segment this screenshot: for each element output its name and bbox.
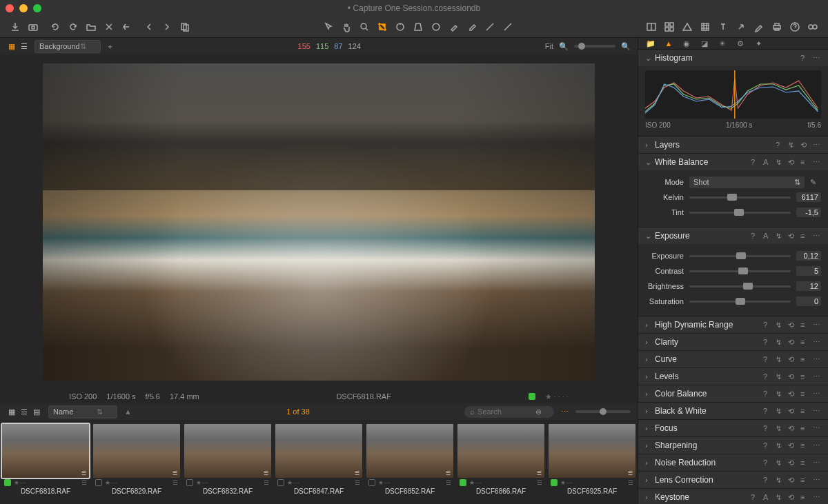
panel-head[interactable]: ›Keystone ? A ↯ ⟲ ≡ ⋯ (638, 489, 828, 504)
tab-color-icon[interactable]: ◪ (699, 38, 710, 49)
variant-select[interactable]: Background ⇅ (34, 40, 101, 53)
gradient-icon[interactable] (484, 21, 495, 32)
copy-icon[interactable]: ↯ (776, 493, 784, 501)
thumb-menu-icon[interactable]: ☰ (81, 479, 87, 486)
copy-icon[interactable]: ↯ (776, 338, 784, 346)
preset-icon[interactable]: ≡ (800, 407, 809, 415)
more-icon[interactable]: ⋯ (813, 390, 821, 398)
panel-head[interactable]: ›Focus ? ↯ ⟲ ≡ ⋯ (638, 420, 828, 436)
more-icon[interactable]: ⋯ (813, 372, 821, 381)
zoom-slider[interactable] (574, 45, 615, 48)
rating-stars[interactable]: ★ · · · · (545, 392, 569, 401)
thumb-color-tag[interactable] (551, 479, 558, 486)
reset-icon[interactable]: ⟲ (788, 158, 796, 166)
panel-head[interactable]: ›Noise Reduction ? ↯ ⟲ ≡ ⋯ (638, 454, 828, 471)
panel-head[interactable]: ›Lens Correction ? ↯ ⟲ ≡ ⋯ (638, 472, 828, 488)
thumb-menu-icon[interactable]: ☰ (446, 479, 451, 486)
brightness-slider[interactable] (689, 285, 791, 288)
reset-icon[interactable]: ⟲ (788, 493, 796, 501)
more-icon[interactable]: ⋯ (813, 407, 821, 415)
warning-icon[interactable] (682, 21, 693, 32)
zoom-in-icon[interactable]: 🔍 (621, 42, 631, 51)
thumbnail[interactable]: ★···· ☰ DSCF6852.RAF (366, 424, 454, 501)
grid-icon[interactable] (700, 21, 711, 32)
thumb-rating[interactable]: ★···· (287, 479, 299, 486)
reset-icon[interactable]: ⟲ (788, 321, 796, 329)
auto-icon[interactable]: ↯ (788, 141, 796, 149)
thumb-color-tag[interactable] (4, 479, 11, 486)
eyedropper-icon[interactable]: ✎ (810, 178, 821, 187)
thumbnail[interactable]: ★···· ☰ DSCF6925.RAF (548, 424, 636, 501)
add-variant-btn[interactable]: ＋ (106, 41, 114, 52)
view-icon[interactable] (807, 21, 818, 32)
more-icon[interactable]: ⋯ (813, 493, 821, 501)
export-icon[interactable] (736, 21, 747, 32)
reset-icon[interactable]: ⟲ (788, 424, 796, 432)
brush-icon[interactable] (448, 21, 460, 32)
more-icon[interactable]: ⋯ (813, 141, 821, 149)
more-icon[interactable]: ⋯ (813, 232, 821, 240)
preset-icon[interactable]: ≡ (800, 493, 809, 501)
panel-head-histogram[interactable]: ⌄ Histogram ? ⋯ (638, 50, 828, 66)
thumb-checkbox[interactable] (186, 479, 193, 486)
more-icon[interactable]: ⋯ (813, 338, 821, 346)
help-icon[interactable]: ? (763, 338, 771, 346)
copy-icon[interactable]: ↯ (776, 355, 784, 363)
help-icon[interactable]: ? (751, 158, 759, 166)
filter-icon[interactable]: ⋯ (561, 407, 569, 416)
copy-icon[interactable]: ↯ (776, 372, 784, 381)
thumbnail[interactable]: ★···· ☰ DSCF6829.RAF (92, 424, 181, 501)
radial-icon[interactable] (502, 21, 513, 32)
help-icon[interactable]: ? (776, 141, 784, 149)
list-view-btn[interactable]: ☰ (19, 41, 29, 51)
tint-value[interactable]: -1,5 (796, 208, 821, 217)
preset-icon[interactable]: ≡ (800, 338, 809, 346)
preset-icon[interactable]: ≡ (800, 476, 809, 484)
thumb-menu-icon[interactable]: ☰ (172, 479, 178, 486)
thumb-rating[interactable]: ★···· (469, 479, 482, 486)
color-tag[interactable] (529, 393, 535, 400)
help-icon[interactable] (789, 21, 800, 32)
maximize-button[interactable] (33, 4, 41, 12)
thumb-menu-icon[interactable]: ☰ (355, 479, 360, 486)
text-icon[interactable] (718, 21, 729, 32)
thumb-size-slider[interactable] (575, 410, 631, 413)
preset-icon[interactable]: ≡ (800, 441, 809, 450)
minimize-button[interactable] (19, 4, 28, 12)
thumb-rating[interactable]: ★···· (196, 479, 208, 486)
sort-select[interactable]: Name ⇅ (48, 405, 117, 419)
help-icon[interactable]: ? (763, 321, 771, 329)
thumbnail[interactable]: ★···· ☰ DSCF6847.RAF (275, 424, 363, 501)
fit-label[interactable]: Fit (545, 42, 553, 50)
tab-capture-icon[interactable]: ▲ (663, 38, 674, 49)
more-icon[interactable]: ⋯ (813, 424, 821, 432)
grid-view-btn[interactable]: ▦ (7, 41, 17, 51)
folder-icon[interactable] (86, 21, 97, 32)
copy-icon[interactable]: ↯ (776, 232, 784, 240)
panel-head[interactable]: ›Black & White ? ↯ ⟲ ≡ ⋯ (638, 403, 828, 419)
contrast-value[interactable]: 5 (796, 266, 821, 276)
eraser-icon[interactable] (466, 21, 477, 32)
help-icon[interactable]: ? (763, 458, 771, 467)
rotate-ccw-icon[interactable] (50, 21, 61, 32)
copy-icon[interactable]: ↯ (776, 390, 784, 398)
thumb-rating[interactable]: ★···· (14, 479, 26, 486)
edit-icon[interactable] (753, 21, 765, 32)
more-icon[interactable]: ⋯ (813, 54, 821, 62)
spot-icon[interactable] (431, 21, 442, 32)
panel-head[interactable]: ›Sharpening ? ↯ ⟲ ≡ ⋯ (638, 437, 828, 454)
preset-icon[interactable]: ≡ (800, 458, 809, 467)
help-icon[interactable]: ? (763, 424, 771, 432)
before-after-icon[interactable] (646, 21, 657, 32)
grid-view-icon[interactable] (664, 21, 675, 32)
reset-icon[interactable]: ⟲ (788, 458, 796, 467)
auto-icon[interactable]: A (763, 232, 771, 240)
thumb-menu-icon[interactable]: ☰ (537, 479, 542, 486)
thumb-rating[interactable]: ★···· (378, 479, 391, 486)
preset-icon[interactable]: ≡ (800, 424, 809, 432)
reset-icon[interactable]: ⟲ (788, 476, 796, 484)
thumb-rating[interactable]: ★···· (560, 479, 573, 486)
exposure-value[interactable]: 0,12 (796, 251, 821, 261)
help-icon[interactable]: ? (763, 407, 771, 415)
browser-flow-btn[interactable]: ▤ (32, 407, 41, 416)
